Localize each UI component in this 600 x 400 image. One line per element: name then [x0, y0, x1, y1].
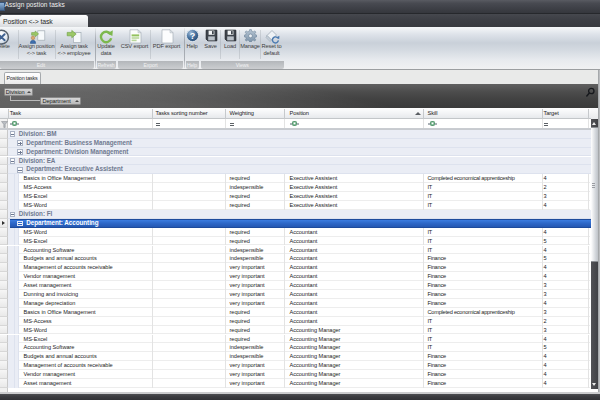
svg-text:?: ? — [189, 31, 195, 41]
